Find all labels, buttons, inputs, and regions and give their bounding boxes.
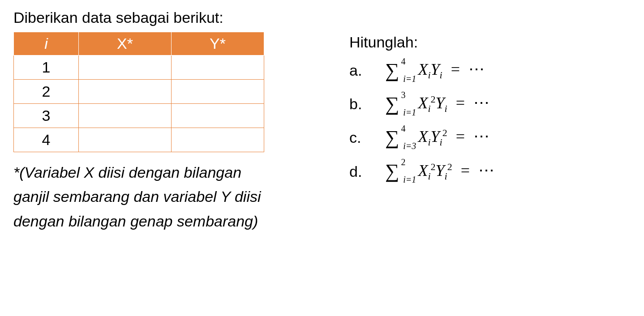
sup-2: 2 [431, 94, 436, 105]
sigma-block: ∑ 4 i=1 [385, 61, 399, 81]
math-expression: ∑ 2 i=1 Xi2Yi2 = ⋯ [385, 161, 496, 182]
equals: = [451, 60, 460, 78]
cell-x [79, 80, 172, 104]
dots: ⋯ [478, 162, 496, 179]
table-row: 1 [14, 56, 264, 80]
question-label: c. [349, 129, 363, 146]
sigma-upper: 4 [401, 124, 405, 134]
var-y: Y [436, 94, 445, 112]
sigma-block: ∑ 2 i=1 [385, 162, 399, 181]
cell-i: 4 [14, 128, 79, 152]
sub-i: i [445, 103, 447, 114]
question-b: b. ∑ 3 i=1 Xi2Yi = ⋯ [349, 94, 631, 115]
question-label: a. [349, 62, 363, 79]
sigma-lower: i=1 [403, 175, 416, 185]
table-row: 4 [14, 128, 264, 152]
header-x: X* [79, 32, 172, 56]
term: XiYi = ⋯ [418, 60, 486, 81]
sub-i: i [440, 69, 442, 81]
question-label: b. [349, 95, 363, 113]
sigma-block: ∑ 3 i=1 [385, 94, 399, 114]
question-label: d. [349, 163, 363, 180]
sup-2: 2 [431, 161, 436, 172]
sigma-block: ∑ 4 i=3 [385, 128, 399, 148]
cell-x [79, 56, 172, 80]
sigma-icon: ∑ [385, 160, 399, 182]
var-y: Y [431, 128, 440, 145]
footnote-line: *(Variabel X diisi dengan bilangan [13, 160, 282, 184]
cell-y [172, 104, 264, 128]
cell-x [79, 104, 172, 128]
sigma-upper: 3 [401, 90, 405, 100]
document-container: Diberikan data sebagai berikut: i X* Y* … [13, 9, 631, 233]
header-y: Y* [172, 32, 264, 56]
var-x: X [418, 162, 428, 179]
left-column: i X* Y* 1 2 [13, 32, 282, 233]
table-row: 3 [14, 104, 264, 128]
sigma-upper: 4 [401, 56, 405, 67]
var-y: Y [436, 162, 445, 179]
data-table: i X* Y* 1 2 [13, 32, 264, 152]
main-content: i X* Y* 1 2 [13, 32, 631, 233]
var-x: X [418, 60, 428, 78]
sigma-lower: i=1 [403, 107, 416, 118]
var-x: X [418, 128, 428, 145]
question-d: d. ∑ 2 i=1 Xi2Yi2 = ⋯ [349, 161, 631, 182]
header-i: i [14, 32, 79, 56]
equals: = [456, 94, 465, 112]
question-c: c. ∑ 4 i=3 XiYi2 = ⋯ [349, 127, 631, 148]
hitung-title: Hitunglah: [349, 34, 631, 51]
sigma-lower: i=3 [403, 141, 416, 151]
cell-y [172, 56, 264, 80]
math-expression: ∑ 4 i=3 XiYi2 = ⋯ [385, 127, 491, 148]
cell-y [172, 80, 264, 104]
sup-2: 2 [442, 127, 447, 138]
math-expression: ∑ 4 i=1 XiYi = ⋯ [385, 60, 486, 81]
sup-2: 2 [447, 161, 452, 172]
cell-y [172, 128, 264, 152]
footnote: *(Variabel X diisi dengan bilangan ganji… [13, 160, 282, 233]
sigma-lower: i=1 [403, 74, 416, 84]
question-a: a. ∑ 4 i=1 XiYi = ⋯ [349, 60, 631, 81]
var-x: X [418, 94, 428, 112]
cell-i: 3 [14, 104, 79, 128]
table-header-row: i X* Y* [14, 32, 264, 56]
cell-i: 2 [14, 80, 79, 104]
table-row: 2 [14, 80, 264, 104]
cell-i: 1 [14, 56, 79, 80]
dots: ⋯ [473, 128, 491, 145]
dots: ⋯ [468, 60, 486, 78]
sigma-icon: ∑ [385, 93, 399, 115]
equals: = [456, 128, 465, 145]
footnote-line: ganjil sembarang dan variabel Y diisi [13, 184, 282, 209]
intro-text: Diberikan data sebagai berikut: [13, 9, 631, 26]
cell-x [79, 128, 172, 152]
term: Xi2Yi = ⋯ [418, 94, 491, 115]
var-y: Y [431, 60, 440, 78]
sigma-icon: ∑ [385, 60, 399, 81]
equals: = [461, 162, 470, 179]
right-column: Hitunglah: a. ∑ 4 i=1 XiYi = ⋯ [349, 32, 631, 233]
footnote-line: dengan bilangan genap sembarang) [13, 209, 282, 233]
math-expression: ∑ 3 i=1 Xi2Yi = ⋯ [385, 94, 491, 115]
questions-list: a. ∑ 4 i=1 XiYi = ⋯ [349, 60, 631, 182]
sigma-icon: ∑ [385, 127, 399, 149]
term: XiYi2 = ⋯ [418, 127, 491, 148]
sigma-upper: 2 [401, 157, 405, 167]
dots: ⋯ [473, 94, 491, 112]
term: Xi2Yi2 = ⋯ [418, 161, 496, 182]
